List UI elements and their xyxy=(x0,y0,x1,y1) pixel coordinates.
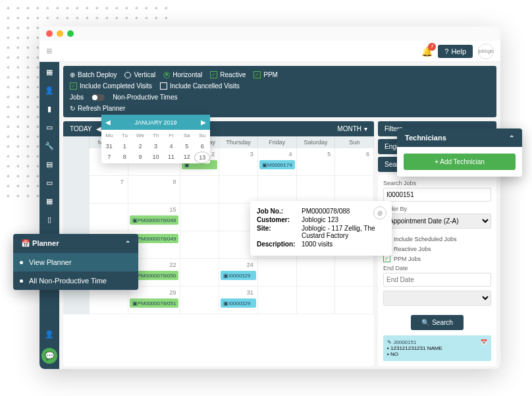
mini-cal-prev-icon[interactable]: ◀ xyxy=(105,119,111,126)
job-bar[interactable]: ▣ PM0000078/051 xyxy=(130,298,179,308)
calendar-cell[interactable] xyxy=(258,259,297,287)
reactive-jobs-checkbox[interactable]: ✓Reactive Jobs xyxy=(383,245,491,252)
user-icon[interactable]: 👤 xyxy=(45,86,54,95)
logo[interactable]: joblogic xyxy=(478,43,494,59)
batch-deploy-button[interactable]: ⊕ Batch Deploy xyxy=(70,71,117,78)
calendar-cell[interactable] xyxy=(335,287,374,314)
calendar-cell[interactable] xyxy=(297,259,336,287)
include-cancelled-checkbox[interactable]: ✓Include Cancelled Visits xyxy=(160,82,240,90)
ppm-checkbox[interactable]: ✓PPM xyxy=(253,71,278,78)
calendar-cell[interactable]: 4▣ M0000174 xyxy=(258,148,297,176)
calendar-cell[interactable]: 31▣ I0000329 xyxy=(219,287,258,314)
minimize-window-icon[interactable] xyxy=(57,30,63,37)
order-by-select[interactable]: Appointment Date (Z-A) xyxy=(383,213,491,229)
job-bar[interactable]: ▣ I0000329 xyxy=(221,271,256,280)
job-bar[interactable]: ▣ PM0000078/048 xyxy=(130,215,179,225)
include-scheduled-checkbox[interactable]: ✓Include Scheduled Jobs xyxy=(383,235,491,242)
mini-cal-day[interactable]: 31 xyxy=(101,141,117,152)
mini-cal-day[interactable]: 6 xyxy=(194,141,210,152)
calendar-cell[interactable]: 15▣ PM0000078/048 xyxy=(128,204,181,231)
planner-icon[interactable]: ▭ xyxy=(45,123,54,132)
mini-cal-day[interactable]: 2 xyxy=(132,141,148,152)
extra-select[interactable] xyxy=(383,291,491,306)
mini-cal-day[interactable]: 9 xyxy=(132,152,148,163)
calendar-cell[interactable] xyxy=(297,287,336,314)
building-icon[interactable]: ▤ xyxy=(45,159,54,169)
mini-cal-day[interactable]: 7 xyxy=(101,152,117,163)
today-button[interactable]: TODAY xyxy=(70,125,92,132)
end-date-input[interactable] xyxy=(383,273,491,287)
calendar-cell[interactable] xyxy=(258,176,297,204)
add-technician-button[interactable]: + Add Technician xyxy=(404,154,516,170)
ppm-jobs-checkbox[interactable]: ✓PPM Jobs xyxy=(383,255,491,262)
calendar-cell[interactable]: 6 xyxy=(335,148,374,176)
chevron-up-icon[interactable]: ⌃ xyxy=(509,134,514,142)
job-bar[interactable]: ▣ M0000174 xyxy=(259,160,295,169)
calendar-cell[interactable]: 29▣ PM0000078/051 xyxy=(128,287,181,314)
job-bar[interactable]: ▣ I0000329 xyxy=(221,298,256,308)
calendar-cell[interactable] xyxy=(335,176,374,204)
dashboard-icon[interactable]: ▦ xyxy=(45,67,54,76)
all-non-productive-item[interactable]: All Non-Productive Time xyxy=(13,271,138,290)
vertical-radio[interactable]: Vertical xyxy=(124,71,155,78)
calendar-cell[interactable] xyxy=(90,204,128,231)
mini-cal-day[interactable]: 8 xyxy=(117,152,133,163)
technicians-popup: Technicians⌃ + Add Technician xyxy=(397,128,522,177)
calendar-cell[interactable] xyxy=(180,231,219,259)
calendar-cell[interactable]: 5 xyxy=(297,148,336,176)
tooltip-action-icon[interactable]: ⊘ xyxy=(373,206,386,219)
calendar-cell[interactable] xyxy=(180,176,219,204)
mini-cal-day-selected[interactable]: 13 xyxy=(194,152,210,163)
mini-cal-next-icon[interactable]: ▶ xyxy=(201,119,206,126)
help-button[interactable]: ?Help xyxy=(438,45,473,58)
notifications-icon[interactable]: 🔔7 xyxy=(421,46,433,57)
mini-cal-day[interactable]: 11 xyxy=(163,152,179,163)
search-jobs-input[interactable] xyxy=(383,188,491,202)
jobs-label: Jobs xyxy=(70,94,84,101)
calendar-cell[interactable] xyxy=(180,287,219,314)
chat-button[interactable]: 💬 xyxy=(41,348,57,364)
calendar-cell[interactable] xyxy=(180,259,219,287)
calendar-cell[interactable] xyxy=(258,287,297,314)
tooltip-customer: Joblogic 123 xyxy=(302,216,338,223)
calendar-cell[interactable] xyxy=(335,259,374,287)
view-mode-select[interactable]: MONTH ▾ xyxy=(337,125,367,132)
reactive-checkbox[interactable]: ✓Reactive xyxy=(210,71,246,78)
mini-cal-day[interactable]: 4 xyxy=(163,141,179,152)
mini-cal-day[interactable]: 5 xyxy=(179,141,195,152)
calendar-cell[interactable] xyxy=(297,176,336,204)
tech-pop-title: Technicians xyxy=(405,134,446,142)
horizontal-radio[interactable]: Horizontal xyxy=(163,71,202,78)
settings-icon[interactable]: 👤 xyxy=(45,329,54,339)
chart-icon[interactable]: ▮ xyxy=(45,104,54,113)
tools-icon[interactable]: 🔧 xyxy=(45,141,54,150)
calendar-cell[interactable] xyxy=(90,287,128,314)
calendar-cell[interactable]: 8 xyxy=(128,176,181,204)
mini-cal-day[interactable]: 10 xyxy=(148,152,164,163)
jobs-toggle[interactable] xyxy=(92,94,105,101)
calendar-cell[interactable]: 7 xyxy=(90,176,128,204)
mini-cal-day[interactable]: 12 xyxy=(179,152,195,163)
order-by-label: Order By xyxy=(383,206,491,212)
chevron-up-icon[interactable]: ⌃ xyxy=(125,240,130,247)
calendar-cell[interactable]: 3 xyxy=(219,148,258,176)
include-completed-checkbox[interactable]: ✓Include Completed Visits xyxy=(70,82,152,90)
prev-month-icon[interactable]: ◀ xyxy=(96,125,101,132)
document-icon[interactable]: ▯ xyxy=(45,215,54,224)
refresh-planner-button[interactable]: ↻ Refresh Planner xyxy=(70,105,125,112)
calendar-cell[interactable] xyxy=(219,176,258,204)
search-button[interactable]: 🔍 Search xyxy=(411,315,464,330)
calendar-icon[interactable]: ▦ xyxy=(45,196,54,206)
view-planner-item[interactable]: View Planner xyxy=(13,253,138,271)
window-titlebar xyxy=(40,26,500,41)
mini-cal-day[interactable]: 1 xyxy=(117,141,133,152)
close-window-icon[interactable] xyxy=(46,30,53,37)
menu-icon[interactable]: ≡ xyxy=(46,45,52,57)
calendar-cell[interactable] xyxy=(180,204,219,231)
maximize-window-icon[interactable] xyxy=(67,30,74,37)
calendar-cell[interactable]: 24▣ I0000329 xyxy=(219,259,258,287)
mini-cal-day[interactable]: 3 xyxy=(148,141,164,152)
search-result-card[interactable]: ✎ J0000151📅 ▪ 123121231231 NAME ▪ NO xyxy=(383,335,491,361)
result-name: ▪ 123121231231 NAME xyxy=(387,345,487,351)
card-icon[interactable]: ▭ xyxy=(45,178,54,187)
